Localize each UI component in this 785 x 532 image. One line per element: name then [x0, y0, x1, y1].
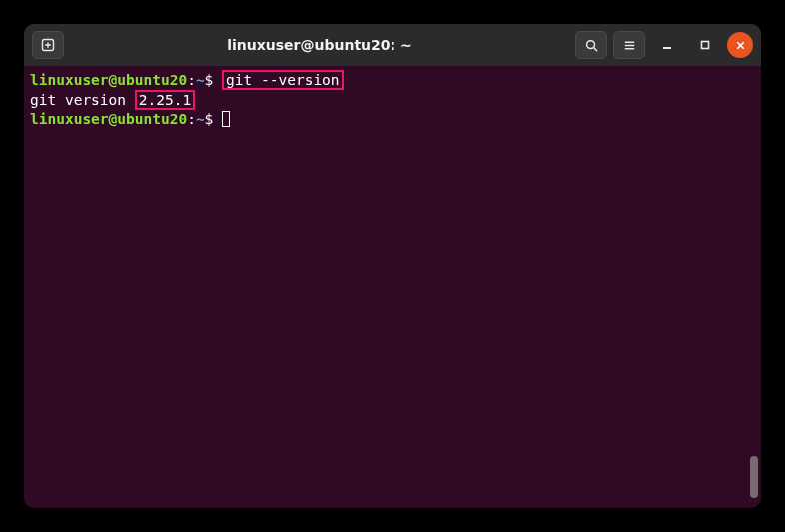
new-tab-button[interactable]: [32, 31, 64, 59]
version-highlight: 2.25.1: [135, 90, 195, 110]
window-title: linuxuser@ubuntu20: ~: [70, 37, 569, 53]
cursor: [222, 111, 230, 127]
scrollbar-thumb[interactable]: [750, 456, 758, 498]
close-button[interactable]: [727, 32, 753, 58]
command-highlight: git --version: [222, 70, 344, 90]
prompt-separator: :: [187, 111, 196, 127]
terminal-body[interactable]: linuxuser@ubuntu20:~$ git --version git …: [24, 66, 761, 508]
prompt-path: ~: [196, 72, 205, 88]
hamburger-icon: [622, 38, 637, 53]
search-button[interactable]: [575, 31, 607, 59]
menu-button[interactable]: [613, 31, 645, 59]
maximize-button[interactable]: [689, 31, 721, 59]
terminal-window: linuxuser@ubuntu20: ~: [24, 24, 761, 508]
prompt-user-host: linuxuser@ubuntu20: [30, 72, 187, 88]
svg-line-4: [593, 47, 596, 50]
svg-rect-9: [702, 42, 709, 49]
prompt-path: ~: [196, 111, 205, 127]
maximize-icon: [699, 39, 711, 51]
prompt-user-host: linuxuser@ubuntu20: [30, 111, 187, 127]
minimize-button[interactable]: [651, 31, 683, 59]
new-tab-icon: [40, 37, 56, 53]
titlebar: linuxuser@ubuntu20: ~: [24, 24, 761, 66]
close-icon: [735, 40, 746, 51]
prompt-separator: :: [187, 72, 196, 88]
minimize-icon: [661, 39, 673, 51]
search-icon: [584, 38, 599, 53]
output-prefix: git version: [30, 92, 135, 108]
prompt-dollar: $: [205, 72, 214, 88]
prompt-dollar: $: [205, 111, 214, 127]
